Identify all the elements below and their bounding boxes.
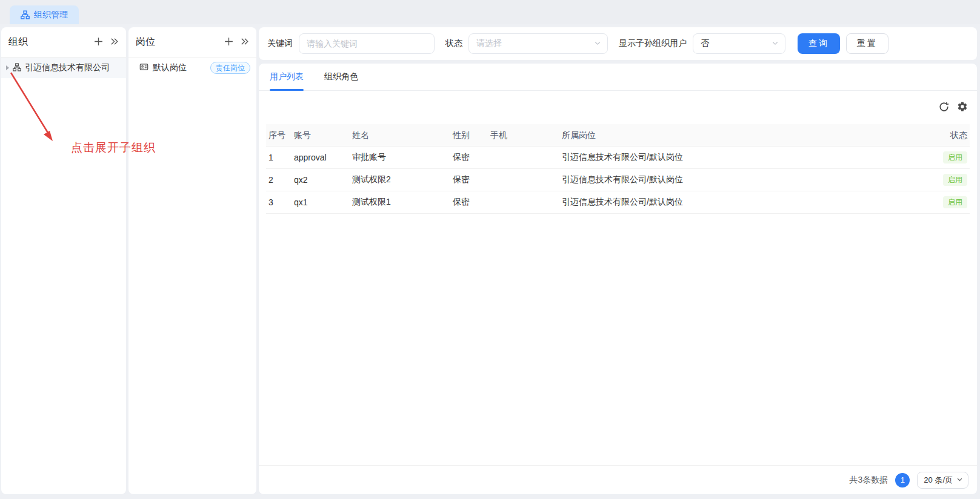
double-chevron-right-icon: [240, 37, 249, 48]
refresh-icon: [938, 101, 950, 114]
organization-panel-header: 组织: [1, 27, 126, 58]
tab-org-role[interactable]: 组织角色: [324, 64, 358, 90]
col-header-name: 姓名: [350, 125, 450, 147]
status-badge: 启用: [943, 196, 967, 208]
position-panel: 岗位: [128, 27, 256, 494]
cell-account: approval: [292, 147, 350, 169]
table-row[interactable]: 3 qx1 测试权限1 保密 引迈信息技术有限公司/默认岗位 启用: [266, 191, 970, 214]
cell-phone: [488, 147, 559, 169]
id-card-icon: [139, 62, 148, 73]
window-tab-label: 组织管理: [34, 10, 68, 21]
pagination-bar: 共3条数据 1 20 条/页: [259, 465, 977, 494]
cell-status: 启用: [915, 169, 970, 191]
chevron-down-icon: [956, 475, 963, 484]
show-descendant-value: 否: [701, 38, 768, 49]
sitemap-icon: [21, 10, 30, 19]
cell-account: qx2: [292, 169, 350, 191]
table-toolbar: [259, 91, 977, 124]
add-position-button[interactable]: [224, 36, 234, 48]
status-select[interactable]: 请选择: [468, 33, 608, 54]
plus-icon: [93, 36, 104, 48]
keyword-input[interactable]: [299, 33, 435, 54]
org-node-label: 引迈信息技术有限公司: [25, 62, 110, 73]
table-row[interactable]: 2 qx2 测试权限2 保密 引迈信息技术有限公司/默认岗位 启用: [266, 169, 970, 191]
organization-panel: 组织: [1, 27, 126, 494]
cell-position: 引迈信息技术有限公司/默认岗位: [559, 169, 915, 191]
reset-button[interactable]: 重置: [846, 33, 888, 54]
tab-user-list[interactable]: 用户列表: [270, 64, 304, 90]
cell-account: qx1: [292, 191, 350, 214]
user-table: 序号 账号 姓名 性别 手机 所属岗位 状态 1 approval 审批账号: [259, 124, 977, 465]
status-label: 状态: [445, 38, 462, 49]
cell-index: 2: [266, 169, 292, 191]
status-select-value: 请选择: [476, 38, 590, 49]
collapse-organization-panel-button[interactable]: [110, 37, 119, 48]
refresh-button[interactable]: [938, 101, 950, 114]
cell-gender: 保密: [450, 169, 488, 191]
cell-gender: 保密: [450, 191, 488, 214]
window-tab-bar: 组织管理: [0, 0, 980, 24]
cell-index: 3: [266, 191, 292, 214]
table-row[interactable]: 1 approval 审批账号 保密 引迈信息技术有限公司/默认岗位 启用: [266, 147, 970, 169]
workspace: 组织: [0, 24, 980, 494]
keyword-label: 关键词: [267, 38, 293, 49]
org-tree-node-company[interactable]: 引迈信息技术有限公司: [1, 58, 126, 78]
main-column: 关键词 状态 请选择 显示子孙组织用户 否 查询 重置 用户列表: [259, 27, 977, 494]
col-header-account: 账号: [292, 125, 350, 147]
window-tab-org-management[interactable]: 组织管理: [10, 5, 79, 24]
position-badge: 责任岗位: [210, 62, 250, 74]
page-size-select[interactable]: 20 条/页: [917, 472, 968, 489]
expand-caret-icon[interactable]: [6, 65, 9, 70]
cell-phone: [488, 191, 559, 214]
position-item-default[interactable]: 默认岗位 责任岗位: [128, 58, 256, 78]
add-organization-button[interactable]: [93, 36, 104, 48]
org-node-sitemap-icon: [13, 63, 21, 73]
status-badge: 启用: [943, 174, 967, 186]
position-panel-header: 岗位: [128, 27, 256, 58]
double-chevron-right-icon: [110, 37, 119, 48]
position-item-label: 默认岗位: [153, 62, 187, 73]
cell-position: 引迈信息技术有限公司/默认岗位: [559, 191, 915, 214]
table-header-row: 序号 账号 姓名 性别 手机 所属岗位 状态: [266, 125, 970, 147]
col-header-phone: 手机: [488, 125, 559, 147]
show-descendant-select[interactable]: 否: [693, 33, 785, 54]
annotation-text: 点击展开子组织: [71, 140, 156, 156]
page-1-button[interactable]: 1: [895, 473, 910, 487]
cell-name: 审批账号: [350, 147, 450, 169]
col-header-gender: 性别: [450, 125, 488, 147]
cell-index: 1: [266, 147, 292, 169]
organization-panel-title: 组织: [8, 36, 28, 48]
page-size-value: 20 条/页: [924, 475, 953, 486]
cell-gender: 保密: [450, 147, 488, 169]
collapse-position-panel-button[interactable]: [240, 37, 249, 48]
chevron-down-icon: [594, 39, 601, 48]
content-card: 用户列表 组织角色: [259, 64, 977, 494]
position-panel-title: 岗位: [136, 36, 155, 48]
content-tabs: 用户列表 组织角色: [259, 64, 977, 91]
plus-icon: [224, 36, 234, 48]
pagination-total: 共3条数据: [850, 475, 888, 486]
user-table-body: 1 approval 审批账号 保密 引迈信息技术有限公司/默认岗位 启用 2 …: [266, 147, 970, 214]
cell-name: 测试权限1: [350, 191, 450, 214]
col-header-status: 状态: [915, 125, 970, 147]
show-descendant-label: 显示子孙组织用户: [619, 38, 687, 49]
filter-bar: 关键词 状态 请选择 显示子孙组织用户 否 查询 重置: [259, 27, 977, 60]
cell-status: 启用: [915, 147, 970, 169]
col-header-position: 所属岗位: [559, 125, 915, 147]
column-settings-button[interactable]: [957, 101, 968, 114]
col-header-index: 序号: [266, 125, 292, 147]
chevron-down-icon: [772, 39, 779, 48]
search-button[interactable]: 查询: [798, 33, 840, 54]
gear-icon: [957, 101, 968, 114]
cell-position: 引迈信息技术有限公司/默认岗位: [559, 147, 915, 169]
cell-status: 启用: [915, 191, 970, 214]
cell-name: 测试权限2: [350, 169, 450, 191]
cell-phone: [488, 169, 559, 191]
status-badge: 启用: [943, 151, 967, 164]
